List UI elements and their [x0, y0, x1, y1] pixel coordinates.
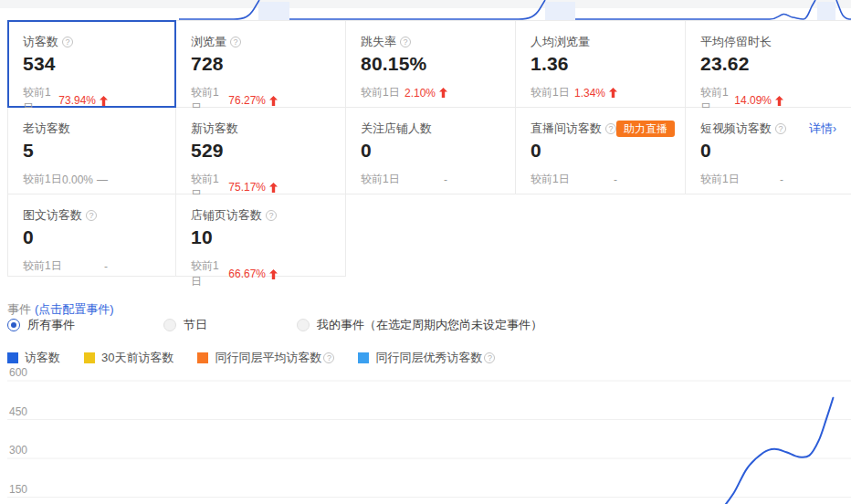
empty-area: [346, 194, 851, 277]
svg-text:300: 300: [9, 444, 27, 457]
card-label: 关注店铺人数: [361, 121, 432, 137]
card-visitors[interactable]: 访客数? 534 较前1日 73.94%: [7, 20, 176, 108]
card-label: 平均停留时长: [700, 34, 772, 50]
card-shop-followers[interactable]: 关注店铺人数 0 较前1日 -: [346, 108, 516, 194]
cards-row-2: 老访客数 5 较前1日 0.00%— 新访客数 529 较前1日 75.17% …: [7, 108, 851, 194]
flat-dash-icon: —: [97, 173, 108, 186]
events-header: 事件(点击配置事件): [7, 301, 114, 318]
radio-unselected-icon[interactable]: [163, 319, 176, 331]
card-label: 直播间访客数: [531, 121, 602, 137]
card-avg-stay-time[interactable]: 平均停留时长 23.62 较前1日 14.09%: [686, 20, 851, 108]
visitors-trend-chart: 600450300150: [0, 363, 851, 504]
change-value: -: [780, 173, 783, 186]
change-value: -: [614, 173, 617, 186]
legend-swatch: [358, 352, 369, 363]
compare-label: 较前1日: [191, 258, 228, 289]
change-value: 2.10%: [404, 87, 447, 100]
change-value: 73.94%: [58, 94, 108, 107]
compare-label: 较前1日: [531, 172, 570, 187]
card-label: 新访客数: [191, 121, 238, 137]
svg-text:150: 150: [9, 483, 27, 496]
help-icon[interactable]: ?: [605, 123, 616, 134]
card-short-video-visitors[interactable]: 短视频访客数? 详情› 0 较前1日 -: [686, 108, 851, 194]
card-label: 访客数: [23, 34, 58, 50]
help-icon[interactable]: ?: [400, 37, 411, 47]
card-new-visitors[interactable]: 新访客数 529 较前1日 75.17%: [176, 108, 346, 194]
radio-unselected-icon[interactable]: [297, 319, 310, 331]
help-icon[interactable]: ?: [323, 352, 334, 363]
card-label: 浏览量: [191, 34, 226, 50]
card-value: 0: [23, 226, 161, 248]
configure-events-link[interactable]: (点击配置事件): [35, 302, 114, 316]
card-returning-visitors[interactable]: 老访客数 5 较前1日 0.00%—: [7, 108, 176, 194]
compare-label: 较前1日: [361, 85, 400, 100]
compare-label: 较前1日: [23, 172, 62, 187]
radio-selected-icon[interactable]: [7, 319, 20, 331]
change-value: -: [104, 260, 108, 273]
card-value: 23.62: [700, 53, 836, 75]
change-value: 0.00%—: [62, 173, 108, 186]
radio-my-events[interactable]: 我的事件（在选定周期内您尚未设定事件）: [297, 317, 542, 333]
boost-livestream-badge[interactable]: 助力直播: [616, 121, 675, 137]
help-icon[interactable]: ?: [62, 37, 73, 47]
arrow-up-icon: [775, 96, 783, 106]
change-value: 1.34%: [574, 87, 617, 100]
card-livestream-visitors[interactable]: 直播间访客数? 助力直播 0 较前1日 -: [516, 108, 686, 194]
help-icon[interactable]: ?: [484, 352, 495, 363]
arrow-up-icon: [439, 88, 447, 98]
card-value: 0: [361, 140, 500, 162]
card-image-text-visitors[interactable]: 图文访客数? 0 较前1日 -: [7, 194, 176, 277]
legend-swatch: [84, 352, 95, 363]
legend-swatch: [7, 352, 18, 363]
card-label: 短视频访客数: [700, 121, 772, 137]
compare-label: 较前1日: [531, 85, 570, 100]
card-bounce-rate[interactable]: 跳失率? 80.15% 较前1日 2.10%: [346, 20, 516, 108]
events-title-label: 事件: [7, 302, 31, 316]
change-value: 14.09%: [734, 94, 783, 107]
card-shop-page-visitors[interactable]: 店铺页访客数? 10 较前1日 66.67%: [176, 194, 346, 277]
card-label: 人均浏览量: [531, 34, 590, 50]
card-value: 1.36: [531, 53, 670, 75]
arrow-up-icon: [609, 88, 617, 98]
metric-cards-grid: 访客数? 534 较前1日 73.94% 浏览量? 728 较前1日 76.27…: [7, 20, 851, 277]
arrow-up-icon: [100, 96, 108, 106]
card-value: 0: [531, 140, 670, 162]
cards-row-1: 访客数? 534 较前1日 73.94% 浏览量? 728 较前1日 76.27…: [7, 20, 851, 108]
details-link[interactable]: 详情›: [809, 121, 836, 137]
chevron-right-icon: ›: [833, 122, 836, 135]
card-value: 5: [23, 140, 161, 162]
event-filter-radios: 所有事件 节日 我的事件（在选定周期内您尚未设定事件）: [7, 317, 542, 333]
arrow-up-icon: [269, 183, 278, 193]
radio-all-events[interactable]: 所有事件: [7, 317, 75, 333]
change-value: 75.17%: [228, 181, 278, 194]
radio-holidays[interactable]: 节日: [163, 317, 207, 333]
card-value: 80.15%: [361, 53, 500, 75]
svg-text:600: 600: [9, 366, 27, 379]
card-pageviews[interactable]: 浏览量? 728 较前1日 76.27%: [176, 20, 346, 108]
change-value: -: [444, 173, 447, 186]
card-label: 跳失率: [361, 34, 396, 50]
card-label: 店铺页访客数: [191, 207, 262, 224]
card-label: 老访客数: [23, 121, 70, 137]
cards-row-3: 图文访客数? 0 较前1日 - 店铺页访客数? 10 较前1日 66.67%: [7, 194, 851, 277]
help-icon[interactable]: ?: [266, 210, 277, 221]
card-value: 529: [191, 140, 331, 162]
change-value: 66.67%: [228, 268, 278, 280]
arrow-up-icon: [269, 96, 278, 106]
card-value: 534: [23, 53, 161, 75]
card-views-per-visitor[interactable]: 人均浏览量 1.36 较前1日 1.34%: [516, 20, 686, 108]
card-value: 10: [191, 226, 331, 248]
card-value: 0: [700, 140, 836, 162]
help-icon[interactable]: ?: [86, 210, 97, 221]
legend-swatch: [197, 352, 208, 363]
card-label: 图文访客数: [23, 207, 82, 224]
help-icon[interactable]: ?: [775, 123, 786, 134]
help-icon[interactable]: ?: [230, 37, 241, 47]
arrow-up-icon: [269, 269, 278, 279]
compare-label: 较前1日: [700, 172, 740, 187]
compare-label: 较前1日: [361, 172, 400, 187]
sparkline-strip: [0, 0, 851, 20]
svg-text:450: 450: [9, 405, 27, 418]
change-value: 76.27%: [228, 94, 278, 107]
compare-label: 较前1日: [23, 258, 62, 274]
